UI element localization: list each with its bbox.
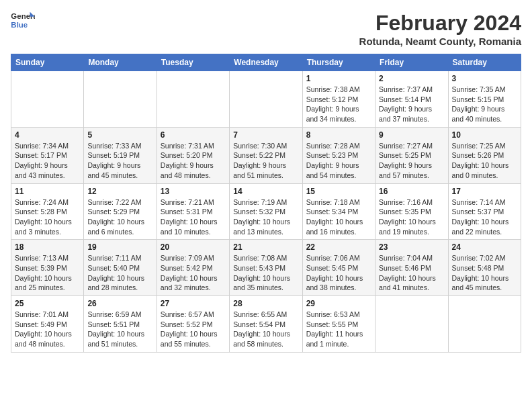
calendar-week-row: 4Sunrise: 7:34 AM Sunset: 5:17 PM Daylig… xyxy=(11,127,521,183)
day-info: Sunrise: 7:30 AM Sunset: 5:22 PM Dayligh… xyxy=(233,141,298,181)
day-info: Sunrise: 6:59 AM Sunset: 5:51 PM Dayligh… xyxy=(87,310,152,349)
day-number: 15 xyxy=(306,187,371,196)
weekday-header-saturday: Saturday xyxy=(448,54,521,71)
calendar-cell: 12Sunrise: 7:22 AM Sunset: 5:29 PM Dayli… xyxy=(84,183,157,240)
calendar-cell: 17Sunrise: 7:14 AM Sunset: 5:37 PM Dayli… xyxy=(448,183,521,240)
day-info: Sunrise: 7:02 AM Sunset: 5:48 PM Dayligh… xyxy=(452,253,517,293)
day-number: 14 xyxy=(233,187,298,196)
day-info: Sunrise: 6:53 AM Sunset: 5:55 PM Dayligh… xyxy=(306,310,371,349)
weekday-header-thursday: Thursday xyxy=(302,54,375,71)
day-number: 18 xyxy=(15,242,80,252)
day-info: Sunrise: 7:08 AM Sunset: 5:43 PM Dayligh… xyxy=(233,253,298,293)
calendar-table: SundayMondayTuesdayWednesdayThursdayFrid… xyxy=(11,54,521,353)
day-number: 12 xyxy=(87,187,152,196)
day-number: 13 xyxy=(161,187,226,196)
day-info: Sunrise: 6:57 AM Sunset: 5:52 PM Dayligh… xyxy=(161,310,226,349)
weekday-header-row: SundayMondayTuesdayWednesdayThursdayFrid… xyxy=(11,54,521,71)
day-number: 21 xyxy=(233,242,298,252)
day-info: Sunrise: 6:55 AM Sunset: 5:54 PM Dayligh… xyxy=(233,310,298,349)
day-number: 26 xyxy=(87,299,152,308)
day-number: 2 xyxy=(379,74,444,83)
day-number: 9 xyxy=(379,130,444,140)
calendar-cell: 8Sunrise: 7:28 AM Sunset: 5:23 PM Daylig… xyxy=(302,127,375,183)
calendar-cell: 15Sunrise: 7:18 AM Sunset: 5:34 PM Dayli… xyxy=(302,183,375,240)
title-area: February 2024 Rotunda, Neamt County, Rom… xyxy=(359,11,521,47)
calendar-cell: 3Sunrise: 7:35 AM Sunset: 5:15 PM Daylig… xyxy=(448,71,521,128)
day-number: 7 xyxy=(233,130,298,140)
weekday-header-sunday: Sunday xyxy=(11,54,84,71)
calendar-cell: 4Sunrise: 7:34 AM Sunset: 5:17 PM Daylig… xyxy=(11,127,84,183)
day-number: 25 xyxy=(15,299,80,308)
calendar-cell: 16Sunrise: 7:16 AM Sunset: 5:35 PM Dayli… xyxy=(375,183,448,240)
weekday-header-friday: Friday xyxy=(375,54,448,71)
day-number: 20 xyxy=(161,242,226,252)
calendar-cell: 5Sunrise: 7:33 AM Sunset: 5:19 PM Daylig… xyxy=(84,127,157,183)
weekday-header-monday: Monday xyxy=(84,54,157,71)
day-number: 19 xyxy=(87,242,152,252)
calendar-cell: 27Sunrise: 6:57 AM Sunset: 5:52 PM Dayli… xyxy=(157,296,229,353)
calendar-cell: 7Sunrise: 7:30 AM Sunset: 5:22 PM Daylig… xyxy=(230,127,302,183)
calendar-cell xyxy=(157,71,229,128)
day-info: Sunrise: 7:31 AM Sunset: 5:20 PM Dayligh… xyxy=(161,141,226,181)
day-number: 22 xyxy=(306,242,371,252)
calendar-cell xyxy=(230,71,302,128)
month-title: February 2024 xyxy=(359,11,521,36)
day-info: Sunrise: 7:16 AM Sunset: 5:35 PM Dayligh… xyxy=(379,197,444,237)
day-info: Sunrise: 7:11 AM Sunset: 5:40 PM Dayligh… xyxy=(87,253,152,293)
logo-icon: General Blue xyxy=(11,11,35,31)
day-info: Sunrise: 7:13 AM Sunset: 5:39 PM Dayligh… xyxy=(15,253,80,293)
day-number: 27 xyxy=(161,299,226,308)
calendar-cell: 10Sunrise: 7:25 AM Sunset: 5:26 PM Dayli… xyxy=(448,127,521,183)
calendar-cell: 29Sunrise: 6:53 AM Sunset: 5:55 PM Dayli… xyxy=(302,296,375,353)
calendar-cell: 23Sunrise: 7:04 AM Sunset: 5:46 PM Dayli… xyxy=(375,240,448,296)
calendar-cell: 20Sunrise: 7:09 AM Sunset: 5:42 PM Dayli… xyxy=(157,240,229,296)
calendar-cell: 6Sunrise: 7:31 AM Sunset: 5:20 PM Daylig… xyxy=(157,127,229,183)
calendar-week-row: 11Sunrise: 7:24 AM Sunset: 5:28 PM Dayli… xyxy=(11,183,521,240)
day-info: Sunrise: 7:14 AM Sunset: 5:37 PM Dayligh… xyxy=(452,197,517,237)
day-number: 16 xyxy=(379,187,444,196)
calendar-cell: 1Sunrise: 7:38 AM Sunset: 5:12 PM Daylig… xyxy=(302,71,375,128)
calendar-cell: 14Sunrise: 7:19 AM Sunset: 5:32 PM Dayli… xyxy=(230,183,302,240)
day-number: 10 xyxy=(452,130,517,140)
day-info: Sunrise: 7:01 AM Sunset: 5:49 PM Dayligh… xyxy=(15,310,80,349)
calendar-cell: 28Sunrise: 6:55 AM Sunset: 5:54 PM Dayli… xyxy=(230,296,302,353)
calendar-cell: 22Sunrise: 7:06 AM Sunset: 5:45 PM Dayli… xyxy=(302,240,375,296)
day-number: 3 xyxy=(452,74,517,83)
day-number: 8 xyxy=(306,130,371,140)
day-number: 1 xyxy=(306,74,371,83)
calendar-cell: 24Sunrise: 7:02 AM Sunset: 5:48 PM Dayli… xyxy=(448,240,521,296)
calendar-cell xyxy=(375,296,448,353)
day-info: Sunrise: 7:09 AM Sunset: 5:42 PM Dayligh… xyxy=(161,253,226,293)
day-info: Sunrise: 7:21 AM Sunset: 5:31 PM Dayligh… xyxy=(161,197,226,237)
day-info: Sunrise: 7:38 AM Sunset: 5:12 PM Dayligh… xyxy=(306,85,371,124)
calendar-cell: 9Sunrise: 7:27 AM Sunset: 5:25 PM Daylig… xyxy=(375,127,448,183)
day-info: Sunrise: 7:35 AM Sunset: 5:15 PM Dayligh… xyxy=(452,85,517,124)
day-info: Sunrise: 7:19 AM Sunset: 5:32 PM Dayligh… xyxy=(233,197,298,237)
day-info: Sunrise: 7:34 AM Sunset: 5:17 PM Dayligh… xyxy=(15,141,80,181)
day-number: 11 xyxy=(15,187,80,196)
calendar-cell: 21Sunrise: 7:08 AM Sunset: 5:43 PM Dayli… xyxy=(230,240,302,296)
day-info: Sunrise: 7:25 AM Sunset: 5:26 PM Dayligh… xyxy=(452,141,517,181)
day-number: 24 xyxy=(452,242,517,252)
page-header: General Blue February 2024 Rotunda, Neam… xyxy=(11,11,521,47)
calendar-week-row: 18Sunrise: 7:13 AM Sunset: 5:39 PM Dayli… xyxy=(11,240,521,296)
calendar-cell: 19Sunrise: 7:11 AM Sunset: 5:40 PM Dayli… xyxy=(84,240,157,296)
calendar-cell: 25Sunrise: 7:01 AM Sunset: 5:49 PM Dayli… xyxy=(11,296,84,353)
day-info: Sunrise: 7:33 AM Sunset: 5:19 PM Dayligh… xyxy=(87,141,152,181)
day-info: Sunrise: 7:18 AM Sunset: 5:34 PM Dayligh… xyxy=(306,197,371,237)
weekday-header-wednesday: Wednesday xyxy=(230,54,302,71)
calendar-week-row: 1Sunrise: 7:38 AM Sunset: 5:12 PM Daylig… xyxy=(11,71,521,128)
day-number: 5 xyxy=(87,130,152,140)
logo: General Blue xyxy=(11,11,35,31)
calendar-cell: 13Sunrise: 7:21 AM Sunset: 5:31 PM Dayli… xyxy=(157,183,229,240)
calendar-cell: 26Sunrise: 6:59 AM Sunset: 5:51 PM Dayli… xyxy=(84,296,157,353)
day-number: 4 xyxy=(15,130,80,140)
day-info: Sunrise: 7:24 AM Sunset: 5:28 PM Dayligh… xyxy=(15,197,80,237)
calendar-cell: 11Sunrise: 7:24 AM Sunset: 5:28 PM Dayli… xyxy=(11,183,84,240)
day-number: 29 xyxy=(306,299,371,308)
day-info: Sunrise: 7:04 AM Sunset: 5:46 PM Dayligh… xyxy=(379,253,444,293)
day-number: 17 xyxy=(452,187,517,196)
day-info: Sunrise: 7:28 AM Sunset: 5:23 PM Dayligh… xyxy=(306,141,371,181)
day-info: Sunrise: 7:27 AM Sunset: 5:25 PM Dayligh… xyxy=(379,141,444,181)
day-info: Sunrise: 7:22 AM Sunset: 5:29 PM Dayligh… xyxy=(87,197,152,237)
